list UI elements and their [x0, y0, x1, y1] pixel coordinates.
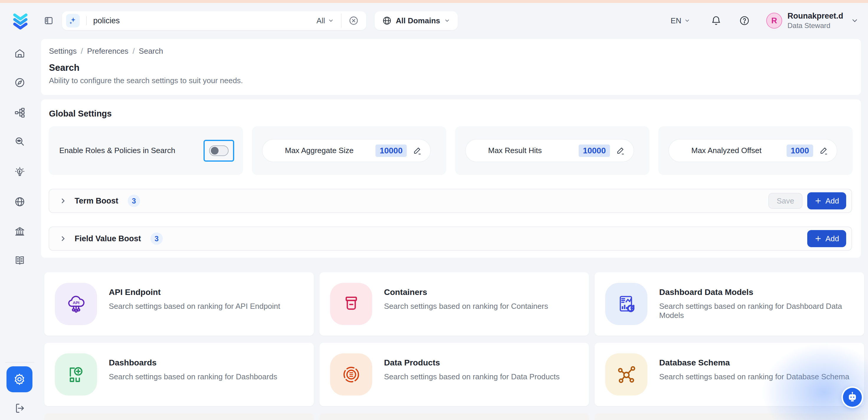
globe-icon [382, 16, 392, 25]
asset-tile [605, 283, 647, 325]
help-icon[interactable] [739, 16, 750, 26]
gear-icon [13, 372, 26, 386]
domains-label: All Domains [396, 16, 440, 25]
user-name: Rounakpreet.d [787, 11, 843, 21]
user-role: Data Steward [787, 21, 843, 30]
globe-icon[interactable] [14, 196, 26, 208]
setting-card-roles-policies: Enable Roles & Policies in Search [49, 126, 243, 175]
sidebar-toggle-icon[interactable] [44, 16, 54, 26]
count-badge: 3 [150, 233, 163, 245]
add-term-boost-button[interactable]: Add [807, 192, 846, 209]
edit-icon[interactable] [819, 146, 828, 155]
page-subtitle: Ability to configure the search settings… [49, 76, 243, 85]
add-field-value-boost-button[interactable]: Add [807, 230, 846, 247]
chevron-down-icon [684, 18, 690, 24]
observability-icon[interactable] [14, 136, 26, 148]
page-header-panel: Settings / Preferences / Search Search A… [41, 39, 861, 95]
scope-label: All [316, 16, 325, 25]
robot-icon [846, 391, 858, 403]
asset-card-dashboards[interactable]: Dashboards Search settings based on rank… [44, 343, 314, 406]
setting-value[interactable]: 1000 [786, 145, 813, 157]
domains-filter[interactable]: All Domains [375, 11, 458, 30]
chevron-right-icon[interactable] [59, 197, 67, 205]
asset-description: Search settings based on ranking for Dat… [384, 372, 559, 381]
asset-card-partial[interactable] [319, 413, 589, 420]
chevron-down-icon [328, 18, 334, 24]
trial-banner-strip [0, 0, 868, 3]
add-label: Add [826, 197, 839, 206]
edit-icon[interactable] [413, 146, 422, 155]
topbar: policies All All Domains EN [0, 3, 868, 38]
docs-icon[interactable] [14, 254, 26, 266]
user-block[interactable]: Rounakpreet.d Data Steward [787, 11, 843, 30]
save-button[interactable]: Save [768, 193, 802, 209]
insights-icon[interactable] [14, 167, 26, 178]
chat-glow [762, 343, 868, 420]
setting-label: Max Analyzed Offset [691, 146, 786, 155]
asset-title: Dashboards [109, 358, 277, 367]
setting-inner-box: Max Aggregate Size 10000 [262, 139, 431, 162]
avatar[interactable]: R [766, 13, 782, 29]
breadcrumb: Settings / Preferences / Search [49, 47, 163, 56]
divider [341, 13, 342, 28]
circle-x-icon[interactable] [349, 16, 359, 26]
setting-value[interactable]: 10000 [579, 145, 610, 157]
breadcrumb-preferences[interactable]: Preferences [87, 47, 128, 56]
setting-value[interactable]: 10000 [375, 145, 407, 157]
asset-tile: API [55, 283, 97, 325]
page-title: Search [49, 63, 79, 73]
asset-card-api-endpoint[interactable]: API API Endpoint Search settings based o… [44, 272, 314, 336]
chevron-right-icon[interactable] [59, 235, 67, 242]
chevron-down-icon[interactable] [851, 17, 859, 25]
breadcrumb-settings[interactable]: Settings [49, 47, 77, 56]
edit-icon[interactable] [616, 146, 625, 155]
setting-inner-box: Max Analyzed Offset 1000 [668, 139, 837, 162]
breadcrumb-search[interactable]: Search [139, 47, 163, 56]
setting-inner-box: Max Result Hits 10000 [465, 139, 634, 162]
compass-icon[interactable] [14, 77, 26, 88]
home-icon[interactable] [14, 48, 26, 59]
language-selector[interactable]: EN [671, 16, 690, 25]
dashboard-data-models-icon [615, 293, 638, 316]
asset-description: Search settings based on ranking for API… [109, 302, 280, 311]
asset-description: Search settings based on ranking for Das… [109, 372, 277, 381]
asset-card-containers[interactable]: Containers Search settings based on rank… [319, 272, 589, 336]
app-screen: policies All All Domains EN [0, 0, 868, 420]
toggle-focus-ring [204, 140, 234, 162]
term-boost-row: Term Boost 3 Save Add [49, 189, 852, 213]
global-search-bar[interactable]: policies All [62, 11, 366, 30]
asset-card-partial[interactable] [44, 413, 314, 420]
asset-tile [55, 353, 97, 395]
chat-assistant-button[interactable] [843, 388, 862, 407]
chevron-down-icon [444, 18, 450, 24]
setting-card-max-analyzed-offset: Max Analyzed Offset 1000 [658, 126, 852, 175]
count-badge: 3 [128, 195, 140, 207]
asset-title: API Endpoint [109, 288, 280, 297]
database-schema-icon [615, 363, 638, 386]
asset-title: Containers [384, 288, 548, 297]
logout-icon[interactable] [14, 402, 26, 414]
search-input[interactable]: policies [93, 16, 316, 25]
asset-card-data-products[interactable]: Data Products Search settings based on r… [319, 343, 589, 406]
lineage-icon[interactable] [14, 107, 26, 119]
boost-title: Field Value Boost [74, 234, 141, 243]
avatar-initial: R [771, 16, 777, 25]
asset-card-dashboard-data-models[interactable]: Dashboard Data Models Search settings ba… [595, 272, 864, 336]
field-value-boost-row: Field Value Boost 3 Add [49, 227, 852, 251]
sidebar [0, 3, 40, 420]
roles-policies-toggle[interactable] [209, 145, 228, 156]
bell-icon[interactable] [711, 16, 721, 26]
setting-card-max-aggregate-size: Max Aggregate Size 10000 [252, 126, 446, 175]
setting-card-max-result-hits: Max Result Hits 10000 [455, 126, 649, 175]
ai-sparkle-icon[interactable] [66, 14, 80, 27]
asset-description: Search settings based on ranking for Das… [659, 302, 864, 320]
asset-tile [330, 353, 372, 395]
asset-tile [605, 353, 647, 395]
governance-icon[interactable] [14, 226, 26, 237]
toggle-knob [211, 147, 219, 154]
api-endpoint-icon: API [65, 293, 88, 316]
search-scope-dropdown[interactable]: All [316, 16, 334, 25]
sidebar-item-settings-active[interactable] [6, 366, 32, 392]
boost-title: Term Boost [74, 197, 118, 206]
asset-tile [330, 283, 372, 325]
